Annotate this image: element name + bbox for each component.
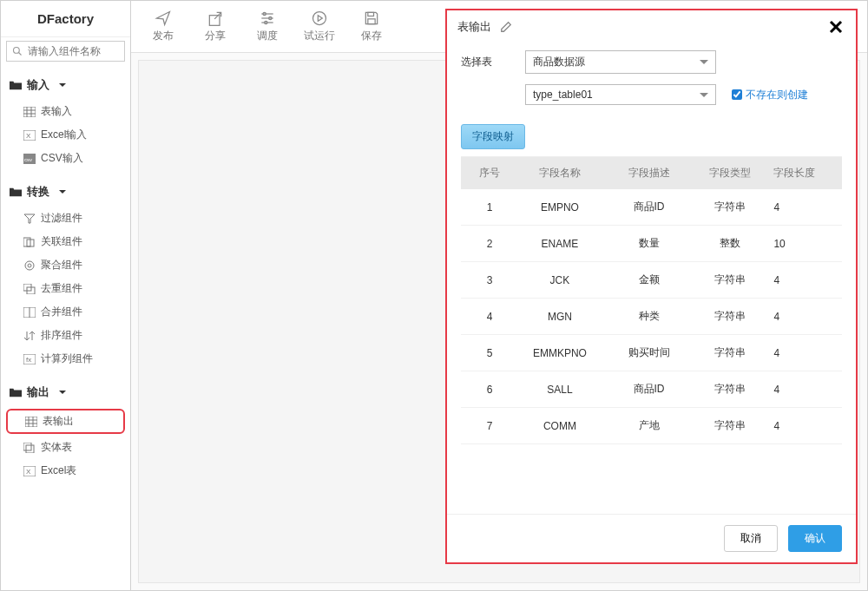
toolbar-trial-run[interactable]: 试运行 [296, 6, 343, 47]
sidebar-item-label: Excel输入 [41, 128, 87, 142]
chevron-down-icon [58, 187, 67, 196]
sidebar-item-label: CSV输入 [41, 151, 83, 166]
sidebar-item-merge[interactable]: 合并组件 [1, 300, 130, 324]
search-box [6, 41, 125, 62]
dedupe-icon [23, 284, 36, 294]
sidebar-item-join[interactable]: 关联组件 [1, 230, 130, 253]
table-row[interactable]: 5EMMKPNO购买时间字符串4 [461, 335, 842, 371]
function-icon: fx [23, 354, 36, 364]
table-row[interactable]: 4MGN种类字符串4 [461, 299, 842, 335]
sidebar-item-table-input[interactable]: 表输入 [1, 100, 130, 123]
table-header: 序号 字段名称 字段描述 字段类型 字段长度 [461, 157, 842, 189]
svg-text:X: X [26, 468, 31, 476]
svg-point-13 [25, 261, 34, 270]
sidebar-item-entity-table[interactable]: 实体表 [1, 436, 130, 459]
sliders-icon [258, 10, 277, 27]
nav-group-label: 转换 [27, 184, 49, 200]
table-select[interactable]: type_table01 [525, 84, 716, 105]
cell-desc: 金额 [608, 273, 689, 287]
nav-group-transform[interactable]: 转换 [1, 179, 130, 205]
app-title: DFactory [1, 1, 130, 37]
sidebar-item-filter[interactable]: 过滤组件 [1, 207, 130, 230]
confirm-button[interactable]: 确认 [788, 525, 842, 552]
sidebar-item-excel-input[interactable]: X Excel输入 [1, 123, 130, 147]
play-circle-icon [310, 10, 329, 27]
table-row[interactable]: 1EMPNO商品ID字符串4 [461, 189, 842, 226]
sidebar-item-dedupe[interactable]: 去重组件 [1, 277, 130, 300]
create-if-missing-checkbox[interactable]: 不存在则创建 [732, 88, 808, 102]
toolbar-save[interactable]: 保存 [348, 6, 395, 47]
filter-icon [23, 213, 36, 224]
toolbar-schedule[interactable]: 调度 [244, 6, 291, 47]
table-row[interactable]: 3JCK金额字符串4 [461, 262, 842, 299]
cell-desc: 购买时间 [608, 345, 689, 360]
sidebar-item-table-output[interactable]: 表输出 [6, 409, 125, 434]
field-mapping-button[interactable]: 字段映射 [461, 124, 525, 149]
folder-icon [10, 80, 22, 90]
col-desc: 字段描述 [608, 166, 689, 181]
cell-desc: 产地 [608, 418, 689, 433]
grid-icon [25, 417, 37, 427]
join-icon [23, 237, 36, 247]
toolbar-publish[interactable]: 发布 [140, 6, 187, 47]
cell-desc: 种类 [608, 309, 689, 324]
cell-seq: 6 [468, 384, 511, 396]
aggregate-icon [23, 260, 36, 271]
checkbox-input[interactable] [732, 89, 742, 100]
sidebar-item-csv-input[interactable]: csv CSV输入 [1, 147, 130, 170]
cell-len: 4 [770, 420, 835, 432]
search-input[interactable] [7, 42, 124, 61]
nav-group-input[interactable]: 输入 [1, 72, 130, 98]
cell-type: 字符串 [689, 309, 770, 324]
sidebar-item-compute[interactable]: fx 计算列组件 [1, 347, 130, 371]
checkbox-label: 不存在则创建 [746, 88, 808, 102]
select-value: 商品数据源 [533, 55, 585, 69]
table-row[interactable]: 7COMM产地字符串4 [461, 408, 842, 444]
toolbar-label: 保存 [361, 29, 382, 43]
cell-name: COMM [511, 420, 608, 432]
send-icon [154, 10, 173, 27]
svg-text:X: X [26, 132, 31, 140]
nav-group-output[interactable]: 输出 [1, 379, 130, 405]
pencil-icon[interactable] [500, 21, 512, 33]
cell-len: 4 [770, 384, 835, 396]
sidebar-item-aggregate[interactable]: 聚合组件 [1, 253, 130, 277]
table-row[interactable]: 6SALL商品ID字符串4 [461, 371, 842, 408]
close-button[interactable] [826, 17, 845, 36]
grid-icon [23, 107, 36, 117]
svg-rect-26 [23, 443, 31, 450]
cell-name: EMPNO [511, 201, 608, 213]
svg-rect-30 [209, 16, 220, 26]
cell-type: 字符串 [689, 418, 770, 433]
svg-point-14 [28, 264, 31, 267]
toolbar-label: 调度 [257, 29, 278, 43]
sidebar-item-excel-table[interactable]: X Excel表 [1, 459, 130, 483]
svg-text:fx: fx [26, 356, 31, 364]
cell-len: 4 [770, 311, 835, 323]
cell-type: 字符串 [689, 273, 770, 287]
datasource-select[interactable]: 商品数据源 [525, 50, 716, 74]
svg-rect-38 [368, 12, 374, 16]
toolbar-label: 发布 [153, 29, 174, 43]
sidebar-item-label: 关联组件 [41, 234, 82, 249]
sidebar-item-label: 过滤组件 [41, 211, 82, 226]
search-icon [12, 46, 23, 56]
save-icon [362, 10, 381, 27]
cell-type: 字符串 [689, 345, 770, 360]
csv-icon: csv [23, 154, 36, 164]
excel-icon: X [23, 130, 36, 141]
nav-group-label: 输出 [27, 384, 49, 400]
cell-name: ENAME [511, 238, 608, 250]
cell-name: EMMKPNO [511, 347, 608, 359]
cell-len: 4 [770, 274, 835, 286]
col-type: 字段类型 [689, 166, 770, 181]
cell-type: 整数 [689, 236, 770, 251]
table-row[interactable]: 2ENAME数量整数10 [461, 226, 842, 262]
toolbar-share[interactable]: 分享 [192, 6, 239, 47]
sidebar-item-label: 去重组件 [41, 281, 82, 296]
sidebar-item-label: 计算列组件 [41, 351, 93, 366]
svg-line-1 [19, 53, 22, 56]
sidebar-item-sort[interactable]: 排序组件 [1, 324, 130, 347]
cancel-button[interactable]: 取消 [724, 525, 778, 552]
col-len: 字段长度 [770, 166, 835, 181]
